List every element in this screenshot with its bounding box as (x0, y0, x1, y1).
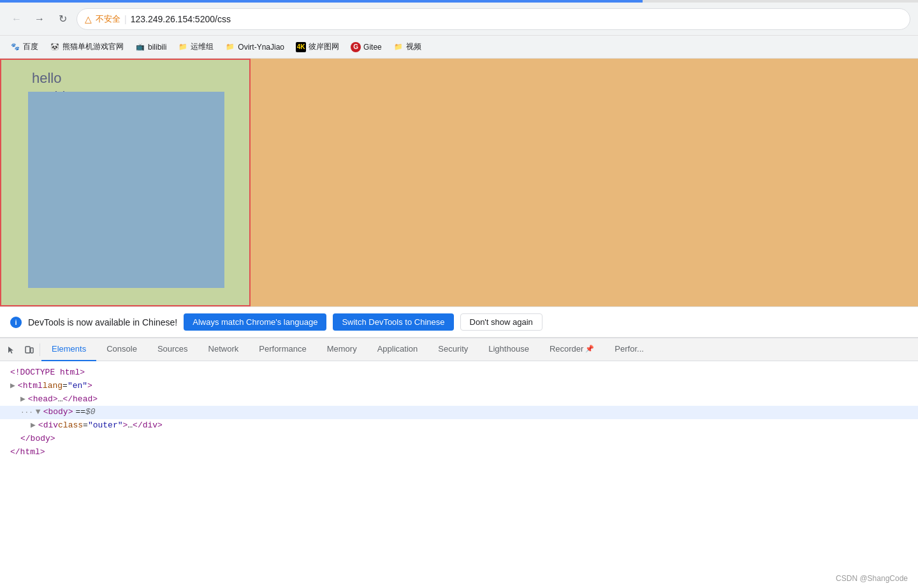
bookmark-baidu[interactable]: 🐾 百度 (5, 39, 43, 55)
bookmark-baidu-label: 百度 (23, 41, 38, 52)
back-button[interactable]: ← (8, 10, 26, 28)
bookmark-ovirt-label: Ovirt-YnaJiao (238, 43, 284, 52)
bookmark-gitee-label: Gitee (363, 43, 382, 52)
bookmark-panda[interactable]: 🐼 熊猫单机游戏官网 (45, 39, 129, 55)
tab-sources[interactable]: Sources (147, 338, 198, 361)
folder-icon-ovirt: 📁 (225, 42, 235, 52)
devtools-tabs: Elements Console Sources Network Perform… (41, 338, 654, 361)
device-toggle-button[interactable] (20, 341, 38, 359)
url-text: 123.249.26.154:5200/css (131, 14, 231, 24)
bookmark-panda-label: 熊猫单机游戏官网 (62, 41, 124, 52)
bookmark-4k-label: 彼岸图网 (309, 41, 339, 52)
right-panel (251, 59, 918, 306)
body-triangle[interactable] (36, 406, 41, 419)
tab-network[interactable]: Network (198, 338, 249, 361)
left-panel: hello world (0, 59, 251, 306)
devtools-panel: Elements Console Sources Network Perform… (0, 338, 918, 464)
svg-rect-1 (31, 348, 33, 353)
tab-elements[interactable]: Elements (41, 338, 96, 361)
bookmark-4k[interactable]: 4K 彼岸图网 (291, 39, 344, 55)
tab-performance[interactable]: Performance (249, 338, 316, 361)
panda-icon: 🐼 (50, 42, 60, 52)
bookmark-yunwei-label: 运维组 (191, 41, 214, 52)
bookmark-video-label: 视频 (406, 41, 421, 52)
code-head: <head>…</head> (10, 393, 908, 406)
bookmark-bili-label: bilibili (148, 43, 166, 52)
devtools-toolbar: Elements Console Sources Network Perform… (0, 338, 918, 361)
toolbar-divider (40, 343, 40, 356)
bookmark-bili[interactable]: 📺 bilibili (130, 39, 171, 55)
tab-security[interactable]: Security (428, 338, 478, 361)
watermark: CSDN @ShangCode (836, 574, 908, 583)
hello-line1: hello (32, 69, 66, 88)
devtools-notification: i DevTools is now available in Chinese! … (0, 307, 918, 338)
html-triangle[interactable] (10, 380, 15, 393)
recorder-pin-icon: 📌 (585, 345, 594, 353)
bookmark-gitee[interactable]: G Gitee (346, 39, 387, 55)
gitee-icon: G (351, 42, 361, 52)
page-content: hello world (0, 59, 918, 307)
folder-icon-video: 📁 (393, 42, 404, 52)
head-triangle[interactable] (20, 393, 26, 406)
bookmark-ovirt[interactable]: 📁 Ovirt-YnaJiao (220, 39, 289, 55)
code-body-open: ··· <body> == $0 (10, 406, 908, 419)
tab-performance2[interactable]: Perfor... (604, 338, 654, 361)
bookmarks-bar: 🐾 百度 🐼 熊猫单机游戏官网 📺 bilibili 📁 运维组 📁 Ovirt… (0, 36, 918, 59)
tab-recorder[interactable]: Recorder 📌 (539, 338, 604, 361)
bookmark-yunwei[interactable]: 📁 运维组 (173, 39, 219, 55)
always-match-button[interactable]: Always match Chrome's language (184, 313, 326, 331)
browser-nav-bar: ← → ↻ △ 不安全 | 123.249.26.154:5200/css (0, 3, 918, 36)
tab-console[interactable]: Console (96, 338, 147, 361)
forward-button[interactable]: → (31, 10, 48, 28)
bookmark-video[interactable]: 📁 视频 (388, 39, 426, 55)
div-outer-triangle[interactable] (31, 419, 36, 433)
code-html-close: </html> (10, 446, 908, 459)
info-icon: i (10, 317, 22, 328)
notification-message: DevTools is now available in Chinese! (28, 317, 177, 327)
code-area: <!DOCTYPE html> <html lang="en"> <head>…… (0, 361, 918, 464)
tab-application[interactable]: Application (367, 338, 428, 361)
dont-show-again-button[interactable]: Don't show again (460, 313, 543, 331)
tab-memory[interactable]: Memory (317, 338, 367, 361)
switch-devtools-button[interactable]: Switch DevTools to Chinese (333, 313, 453, 331)
folder-icon-yunwei: 📁 (178, 42, 188, 52)
address-bar[interactable]: △ 不安全 | 123.249.26.154:5200/css (76, 8, 910, 30)
baidu-icon: 🐾 (10, 42, 20, 52)
code-doctype: <!DOCTYPE html> (10, 366, 908, 380)
security-warning-icon: △ (85, 14, 92, 24)
inner-box (28, 92, 224, 288)
reload-button[interactable]: ↻ (54, 10, 71, 28)
code-html-open: <html lang="en"> (10, 380, 908, 393)
body-row-highlight: ··· <body> == $0 (0, 406, 918, 419)
url-separator: | (124, 14, 127, 24)
bili-icon: 📺 (135, 42, 145, 52)
4k-icon: 4K (296, 42, 306, 52)
select-element-button[interactable] (3, 341, 20, 359)
code-body-close: </body> (10, 433, 908, 446)
security-label: 不安全 (96, 13, 120, 25)
code-div-outer: <div class="outer">…</div> (10, 419, 908, 433)
svg-rect-0 (26, 347, 30, 353)
body-dots: ··· (20, 407, 33, 419)
doctype-text: <!DOCTYPE html> (10, 366, 85, 380)
tab-lighthouse[interactable]: Lighthouse (478, 338, 539, 361)
